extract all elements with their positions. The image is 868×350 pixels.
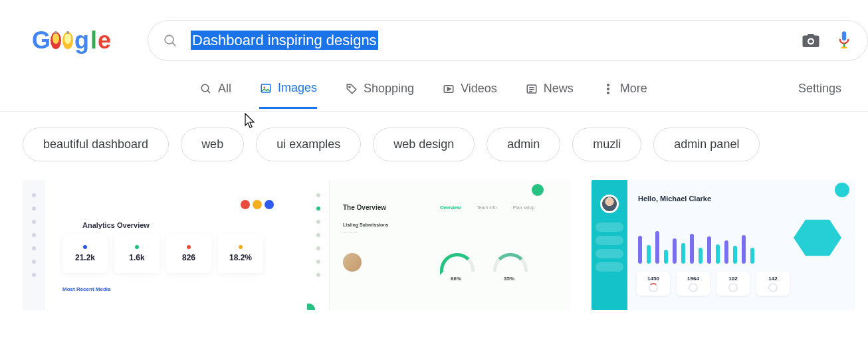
avatar-icon	[600, 195, 619, 213]
svg-point-27	[607, 84, 609, 86]
thumb-heading: Analytics Overview	[82, 221, 150, 229]
chip[interactable]: muzli	[572, 128, 641, 161]
tab-more[interactable]: More	[601, 82, 647, 108]
chip[interactable]: web	[181, 128, 244, 161]
svg-point-13	[809, 40, 813, 44]
image-icon	[259, 82, 272, 95]
svg-point-28	[607, 88, 609, 90]
tab-label: News	[544, 82, 574, 96]
svg-point-29	[607, 92, 609, 94]
svg-point-5	[64, 33, 71, 44]
hexagon-icon	[794, 217, 841, 258]
chip[interactable]: admin panel	[653, 128, 760, 161]
search-bar[interactable]: Dashboard inspiring designs	[148, 20, 868, 61]
svg-text:l: l	[90, 27, 97, 54]
thumb-section: Most Recent Media	[62, 286, 110, 292]
chips-row: beautiful dashboard web ui examples web …	[0, 112, 868, 177]
chip[interactable]: beautiful dashboard	[23, 128, 169, 161]
header: G g l e Dashboard inspiring designs	[0, 0, 868, 61]
chip[interactable]: web design	[373, 128, 475, 161]
thumb-panel: Listing Submissions — — —	[343, 222, 416, 234]
thumb-title: The Overview	[343, 204, 386, 211]
svg-line-11	[172, 43, 175, 46]
bar-chart-icon	[638, 217, 754, 264]
svg-rect-3	[55, 31, 57, 34]
mic-icon[interactable]	[835, 30, 853, 51]
thumb-sidebar	[23, 180, 45, 310]
chip-label: muzli	[593, 137, 621, 151]
svg-text:g: g	[74, 27, 89, 54]
search-icon	[199, 82, 213, 96]
result-thumbnail[interactable]: The Overview Overview Team info Plan set…	[307, 180, 570, 310]
svg-point-10	[165, 35, 173, 44]
chip[interactable]: ui examples	[256, 128, 361, 161]
news-icon	[525, 82, 538, 96]
google-logo[interactable]: G g l e	[32, 25, 125, 56]
svg-point-20	[264, 86, 265, 88]
thumb-greeting: Hello, Michael Clarke	[638, 195, 711, 203]
thumb-stats: 1450 1964 102 142	[637, 272, 790, 296]
search-query-text: Dashboard inspiring designs	[191, 31, 378, 50]
tab-label: All	[218, 82, 231, 96]
tab-label: Shopping	[364, 82, 414, 96]
svg-point-2	[53, 33, 59, 44]
thumb-tabs: Overview Team info Plan setup	[440, 205, 535, 210]
thumb-sidebar	[592, 180, 627, 310]
result-thumbnail[interactable]: Hello, Michael Clarke 1450 1964 102 142	[592, 180, 855, 310]
search-icon	[163, 33, 177, 48]
thumb-cards: 21.2k 1.6k 826 18.2%	[62, 234, 263, 273]
settings-label: Settings	[798, 82, 841, 95]
tabs-row: All Images Shopping Videos News More Set…	[0, 61, 868, 112]
results-row: Analytics Overview 21.2k 1.6k 826 18.2% …	[0, 177, 868, 310]
thumb-avatars	[241, 200, 274, 209]
chip-label: admin	[507, 137, 540, 151]
search-bar-wrap: Dashboard inspiring designs	[148, 20, 868, 61]
svg-point-21	[349, 86, 350, 87]
avatar-icon	[343, 253, 362, 272]
tab-label: Videos	[461, 82, 497, 96]
tag-icon	[345, 82, 358, 96]
camera-icon[interactable]	[801, 32, 821, 49]
svg-point-17	[201, 84, 209, 92]
tab-label: More	[620, 82, 647, 96]
svg-line-18	[207, 90, 210, 93]
chip-label: ui examples	[276, 137, 340, 151]
chip[interactable]: admin	[487, 128, 560, 161]
more-icon	[601, 82, 615, 96]
tab-news[interactable]: News	[525, 82, 574, 108]
svg-text:e: e	[98, 27, 111, 54]
chip-label: admin panel	[674, 137, 739, 151]
play-icon	[442, 82, 455, 96]
gauge-icon	[440, 253, 475, 272]
chip-label: web	[201, 137, 223, 151]
thumb-sidebar	[307, 180, 330, 310]
settings-link[interactable]: Settings	[798, 82, 841, 108]
gauge-icon	[493, 253, 528, 272]
svg-rect-6	[67, 31, 69, 34]
chip-label: beautiful dashboard	[43, 137, 148, 151]
tab-label: Images	[278, 81, 317, 95]
result-thumbnail[interactable]: Analytics Overview 21.2k 1.6k 826 18.2% …	[23, 180, 286, 310]
tab-videos[interactable]: Videos	[442, 82, 497, 108]
tab-shopping[interactable]: Shopping	[345, 82, 414, 108]
svg-rect-14	[842, 31, 846, 41]
svg-text:G: G	[32, 27, 51, 54]
tab-images[interactable]: Images	[259, 81, 317, 109]
search-input[interactable]: Dashboard inspiring designs	[191, 32, 792, 49]
chip-label: web design	[393, 137, 454, 151]
tab-all[interactable]: All	[199, 82, 231, 108]
